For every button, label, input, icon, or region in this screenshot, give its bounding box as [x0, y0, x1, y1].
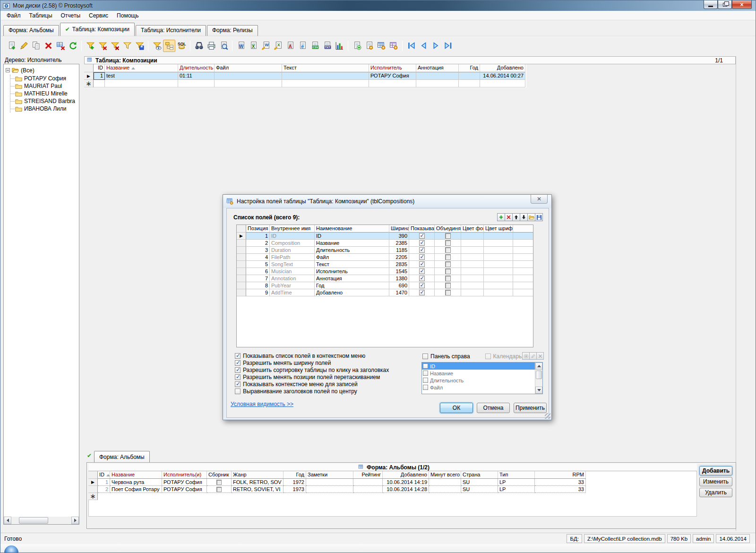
ok-button[interactable]: ОК: [440, 403, 473, 413]
Удалить-button[interactable]: Удалить: [699, 488, 732, 497]
field-bg-color[interactable]: [461, 275, 484, 282]
list-item-checkbox[interactable]: [423, 371, 428, 376]
option-checkbox[interactable]: [235, 360, 241, 366]
tree-item-ИВАНОВА Лили[interactable]: ИВАНОВА Лили: [10, 105, 79, 112]
dialog-close-button[interactable]: ✕: [531, 195, 548, 204]
dialog-resize-grip[interactable]: [545, 413, 550, 419]
main-header-Длительность[interactable]: Длительность: [178, 64, 215, 72]
album-row-2[interactable]: 2Поет София РотаруРОТАРУ СофияRETRO, SOV…: [88, 486, 586, 493]
merge-checkbox[interactable]: [445, 268, 451, 274]
field-merge-checkbox[interactable]: [435, 275, 461, 282]
nav-last-button[interactable]: [442, 40, 454, 52]
option-checkbox[interactable]: [235, 367, 241, 373]
chart-button[interactable]: [333, 40, 345, 52]
tree-item-STREISAND Barbra[interactable]: STREISAND Barbra: [10, 97, 79, 105]
albums-header-Рейтинг[interactable]: Рейтинг: [353, 471, 383, 479]
close-button[interactable]: ×: [732, 0, 752, 9]
tree-item-MATHIEU Mirelle[interactable]: MATHIEU Mirelle: [10, 90, 79, 97]
menu-Таблицы[interactable]: Таблицы: [25, 11, 57, 20]
fields-row-ID[interactable]: ▶1IDID390: [237, 233, 533, 240]
export-txt-button[interactable]: TXT: [321, 40, 333, 52]
field-bg-color[interactable]: [461, 268, 484, 275]
field-font-color[interactable]: [484, 261, 513, 268]
cancel-button[interactable]: Отмена: [477, 403, 510, 413]
merge-checkbox[interactable]: [445, 233, 451, 239]
option-checkbox[interactable]: [235, 381, 241, 387]
merge-checkbox[interactable]: [445, 261, 451, 267]
edit-record-button[interactable]: [17, 40, 30, 52]
field-bg-color[interactable]: [461, 282, 484, 289]
field-show-checkbox[interactable]: [409, 275, 435, 282]
export-pdf-button[interactable]: A: [284, 40, 296, 52]
field-merge-checkbox[interactable]: [435, 254, 461, 261]
field-font-color[interactable]: [484, 254, 513, 261]
mini-add-button[interactable]: [497, 213, 505, 221]
add-form-button[interactable]: [351, 40, 363, 52]
export-html-button[interactable]: e: [296, 40, 309, 52]
filter-clear-button[interactable]: [96, 40, 109, 52]
field-show-checkbox[interactable]: [409, 289, 435, 296]
fields-header-Ширина[interactable]: Ширина: [389, 225, 409, 233]
filter-view-button[interactable]: [151, 40, 163, 52]
mini-down-button[interactable]: [520, 213, 528, 221]
main-header-Исполнитель[interactable]: Исполнитель: [369, 64, 416, 72]
tab-Форма: Релизы[interactable]: Форма: Релизы: [207, 25, 258, 36]
merge-checkbox[interactable]: [445, 276, 451, 281]
fields-row-Musician[interactable]: 6MusicianИсполнитель1545: [237, 268, 533, 275]
field-font-color[interactable]: [484, 275, 513, 282]
album-row-1[interactable]: ▶1Червона рутаРОТАРУ СофияFOLK, RETRO, S…: [88, 479, 586, 486]
field-merge-checkbox[interactable]: [435, 282, 461, 289]
print-preview-button[interactable]: [217, 40, 230, 52]
field-merge-checkbox[interactable]: [435, 240, 461, 247]
field-show-checkbox[interactable]: [409, 261, 435, 268]
refresh-button[interactable]: [67, 40, 79, 52]
field-merge-checkbox[interactable]: [435, 233, 461, 240]
field-bg-color[interactable]: [461, 261, 484, 268]
field-bg-color[interactable]: [461, 233, 484, 240]
main-header-Аннотация[interactable]: Аннотация: [416, 64, 459, 72]
merge-checkbox[interactable]: [445, 283, 451, 288]
scroll-thumb[interactable]: [536, 371, 542, 379]
tree-panel-button[interactable]: [163, 40, 175, 52]
fields-row-SongText[interactable]: 5SongTextТекст2835: [237, 261, 533, 268]
show-checkbox[interactable]: [419, 290, 425, 295]
calendar-checkbox[interactable]: [485, 354, 491, 359]
delete-record-button[interactable]: [42, 40, 54, 52]
albums-header-Минут всего[interactable]: Минут всего: [429, 471, 461, 479]
list-item-checkbox[interactable]: [423, 363, 428, 369]
filter-delete-button[interactable]: [109, 40, 121, 52]
albums-header-Название[interactable]: Название: [110, 471, 162, 479]
albums-header-Жанр[interactable]: Жанр: [232, 471, 284, 479]
albums-header-Исполнитель(и)[interactable]: Исполнитель(и): [162, 471, 207, 479]
small-add-button[interactable]: [522, 352, 530, 360]
merge-checkbox[interactable]: [445, 290, 451, 295]
merge-checkbox[interactable]: [445, 247, 451, 253]
nav-first-button[interactable]: [405, 40, 417, 52]
menu-Помощь[interactable]: Помощь: [112, 11, 143, 20]
field-bg-color[interactable]: [461, 254, 484, 261]
show-checkbox[interactable]: [419, 233, 425, 239]
fields-row-Annotation[interactable]: 7AnnotationАннотация1380: [237, 275, 533, 282]
main-header-Год[interactable]: Год: [459, 64, 480, 72]
field-font-color[interactable]: [484, 268, 513, 275]
show-checkbox[interactable]: [419, 247, 425, 253]
field-bg-color[interactable]: [461, 240, 484, 247]
albums-header-Тип[interactable]: Тип: [498, 471, 535, 479]
tab-Таблица: Исполнители[interactable]: Таблица: Исполнители: [136, 25, 206, 36]
field-font-color[interactable]: [484, 240, 513, 247]
album-compilation-checkbox[interactable]: [207, 479, 232, 486]
print-button[interactable]: [205, 40, 217, 52]
fields-header-Показывать[interactable]: Показывать: [409, 225, 435, 233]
option-checkbox[interactable]: [235, 389, 241, 394]
form-fields-button[interactable]: [387, 40, 400, 52]
small-edit-button[interactable]: [529, 352, 537, 360]
show-checkbox[interactable]: [419, 268, 425, 274]
send-excel-button[interactable]: X: [272, 40, 284, 52]
show-checkbox[interactable]: [419, 254, 425, 260]
export-word-button[interactable]: W: [235, 40, 247, 52]
table-row[interactable]: ▶1test01:11РОТАРУ София14.06.2014 00:27: [84, 72, 526, 80]
send-word-button[interactable]: W: [259, 40, 272, 52]
compilation-checkbox[interactable]: [216, 480, 222, 485]
fields-header-Позиция[interactable]: Позиция: [246, 225, 270, 233]
field-bg-color[interactable]: [461, 289, 484, 296]
